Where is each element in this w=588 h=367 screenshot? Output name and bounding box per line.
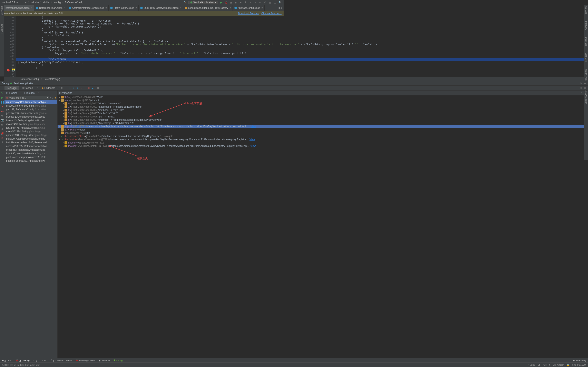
step-over-icon[interactable]: ⤵ bbox=[73, 87, 74, 90]
breadcrumb-item[interactable]: dubbo bbox=[43, 1, 50, 4]
bug-icon: ⬢ bbox=[10, 82, 12, 85]
help-icon[interactable]: ? bbox=[2, 141, 3, 144]
close-icon[interactable]: × bbox=[261, 7, 263, 9]
breadcrumb[interactable]: dubbo-2.6.2.jar〉 com〉 alibaba〉 dubbo〉 co… bbox=[2, 1, 83, 4]
tab-label: AbstractInterfaceConfig.class bbox=[72, 7, 104, 9]
settings-icon[interactable]: ▦ bbox=[268, 1, 272, 4]
thread-name: "main"@1 in gr... bbox=[9, 97, 26, 99]
tab-label: com.alibaba.dubbo.rpc.ProxyFactory bbox=[188, 7, 228, 9]
close-icon[interactable]: × bbox=[135, 7, 137, 9]
frames-list[interactable]: createProxy:426, ReferenceConfig (c...in… bbox=[4, 100, 57, 174]
tab-abstract-config[interactable]: AbstractConfig.class× bbox=[233, 5, 265, 11]
rerun-icon[interactable]: ↻ bbox=[1, 92, 3, 95]
code-editor[interactable]: 🔴💡39539639739839940040140240340440540640… bbox=[4, 16, 284, 77]
stop-button[interactable]: ■ bbox=[239, 1, 242, 4]
close-icon[interactable]: × bbox=[61, 87, 62, 90]
pin-icon[interactable]: 📌 bbox=[1, 132, 4, 135]
tool-structure[interactable]: 7: Structure bbox=[1, 24, 3, 35]
profile-button[interactable]: ◉ bbox=[234, 1, 237, 4]
tab-reference-config[interactable]: ReferenceConfig.class× bbox=[0, 5, 34, 11]
annotation-proxied: 被代理类 bbox=[137, 157, 148, 160]
file-icon bbox=[185, 7, 187, 9]
endpoints-tab[interactable]: ◆Endpoints→*× bbox=[40, 86, 65, 90]
tab-stub-proxy[interactable]: StubProxyFactoryWrapper.class× bbox=[139, 5, 183, 11]
git-push-icon[interactable]: ↗ bbox=[254, 1, 257, 4]
variables-list[interactable]: ▶this = {ReferenceBean@6649} "View▼map =… bbox=[58, 95, 284, 174]
console-tab[interactable]: ▤Console→* bbox=[19, 86, 40, 90]
git-pull-icon[interactable]: ↙ bbox=[249, 1, 252, 4]
threads-tab[interactable]: ⫴ Threads →* bbox=[24, 92, 39, 94]
tab-label: StubProxyFactoryWrapper.class bbox=[144, 7, 178, 9]
thread-selector[interactable]: ◉ "main"@1 in gr... ▾ bbox=[5, 96, 49, 100]
tab-abstract-interface[interactable]: AbstractInterfaceConfig.class× bbox=[67, 5, 109, 11]
tab-label: ReferenceBean.class bbox=[39, 7, 62, 9]
close-icon[interactable]: × bbox=[229, 7, 231, 9]
breadcrumb-item[interactable]: config bbox=[54, 1, 61, 4]
next-frame-icon[interactable]: ↓ bbox=[52, 96, 53, 99]
breadcrumb-item[interactable]: dubbo-2.6.2.jar bbox=[2, 1, 18, 4]
choose-sources-link[interactable]: Choose Sources... bbox=[261, 12, 282, 15]
breadcrumb-item[interactable]: com bbox=[23, 1, 27, 4]
settings-icon[interactable]: ⚙ bbox=[1, 128, 3, 131]
force-step-into-icon[interactable]: ↓ bbox=[80, 87, 82, 90]
tool-project[interactable]: 1: Project bbox=[1, 6, 3, 15]
close-icon[interactable]: ✕ bbox=[1, 137, 3, 140]
breadcrumb-class[interactable]: ReferenceConfig bbox=[20, 78, 39, 81]
prev-frame-icon[interactable]: ↑ bbox=[50, 96, 51, 99]
breadcrumb-method[interactable]: createProxy() bbox=[45, 78, 60, 81]
stop-icon[interactable]: ■ bbox=[1, 105, 3, 108]
filter-icon[interactable]: ▼ bbox=[54, 96, 57, 99]
show-exec-icon[interactable]: ➔ bbox=[69, 87, 71, 90]
breakpoints-icon[interactable]: ●● bbox=[1, 110, 4, 113]
attach-button[interactable]: ⬇ bbox=[244, 1, 247, 4]
breadcrumb-item[interactable]: alibaba bbox=[31, 1, 39, 4]
class-icon bbox=[234, 7, 237, 9]
close-icon[interactable]: × bbox=[105, 7, 107, 9]
coverage-button[interactable]: ▣ bbox=[229, 1, 233, 4]
decompile-banner: Decompiled .class file, bytecode version… bbox=[0, 11, 284, 16]
run-button[interactable]: ▶ bbox=[219, 1, 223, 4]
search-icon[interactable]: 🔍 bbox=[278, 1, 282, 4]
close-icon[interactable]: × bbox=[180, 7, 182, 9]
frames-tab[interactable]: ▤ Frames →* bbox=[6, 92, 21, 94]
debugger-tab[interactable]: Debugger bbox=[4, 86, 19, 90]
step-into-icon[interactable]: ↓ bbox=[77, 87, 78, 90]
history-icon[interactable]: ↺ bbox=[264, 1, 267, 4]
debug-button[interactable]: 🐞 bbox=[224, 1, 228, 4]
breadcrumb-item[interactable]: ReferenceConfig bbox=[65, 1, 83, 4]
code-area[interactable]: } Boolean c = "kw">this.check; c: "kw">t… bbox=[16, 16, 284, 77]
mute-breakpoints-icon[interactable]: ⊘ bbox=[1, 114, 3, 117]
tab-reference-bean[interactable]: ReferenceBean.class× bbox=[34, 5, 67, 11]
step-out-icon[interactable]: ↑ bbox=[84, 87, 85, 90]
build-icon[interactable]: 🔨 bbox=[183, 1, 187, 4]
vars-tab[interactable]: ▤ Variables bbox=[59, 92, 72, 94]
structure-icon[interactable]: ◫ bbox=[273, 1, 277, 4]
run-to-cursor-icon[interactable]: ▸| bbox=[92, 87, 94, 90]
variables-panel: ▤ Variables →* ▶this = {ReferenceBean@66… bbox=[58, 91, 284, 174]
tabs-overflow[interactable]: ≡ 3 bbox=[278, 7, 284, 9]
vcs-icon[interactable]: ⟳ bbox=[259, 1, 262, 4]
close-icon[interactable]: × bbox=[31, 7, 33, 9]
bug-icon: ⬢ bbox=[190, 1, 192, 4]
pause-icon[interactable]: ❚❚ bbox=[0, 101, 4, 104]
evaluate-icon[interactable]: ▦ bbox=[97, 87, 99, 90]
dump-icon[interactable]: 📷 bbox=[1, 119, 4, 122]
download-sources-link[interactable]: Download Sources bbox=[238, 12, 259, 15]
tab-label: ReferenceConfig.class bbox=[5, 7, 30, 9]
class-icon bbox=[140, 7, 143, 9]
drop-frame-icon[interactable]: ✕ bbox=[88, 87, 90, 90]
frames-panel: ▤ Frames →* ⫴ Threads →* ◉ "main"@1 in g… bbox=[4, 91, 58, 174]
tab-label: AbstractConfig.class bbox=[238, 7, 260, 9]
tab-label: ProxyFactory.class bbox=[113, 7, 134, 9]
close-icon[interactable]: × bbox=[64, 7, 65, 9]
chevron-down-icon: ▾ bbox=[47, 96, 48, 99]
editor-breadcrumb[interactable]: ReferenceConfig 〉 createProxy() bbox=[4, 77, 284, 81]
get-thread-icon[interactable]: ⊞ bbox=[1, 123, 3, 126]
banner-message: Decompiled .class file, bytecode version… bbox=[2, 12, 63, 15]
run-configuration-select[interactable]: ⬢ SentinelApplication ▾ bbox=[189, 1, 218, 4]
tab-proxy-factory[interactable]: ProxyFactory.class× bbox=[109, 5, 139, 11]
console-icon: ▤ bbox=[21, 87, 24, 90]
resume-icon[interactable]: ▶ bbox=[1, 96, 3, 99]
tab-rpc-proxy-factory[interactable]: com.alibaba.dubbo.rpc.ProxyFactory× bbox=[183, 5, 233, 11]
debug-body: ↻ ▶ ❚❚ ■ ●● ⊘ 📷 ⊞ ⚙ 📌 ✕ ? ▤ Frames →* ⫴ … bbox=[0, 91, 284, 174]
